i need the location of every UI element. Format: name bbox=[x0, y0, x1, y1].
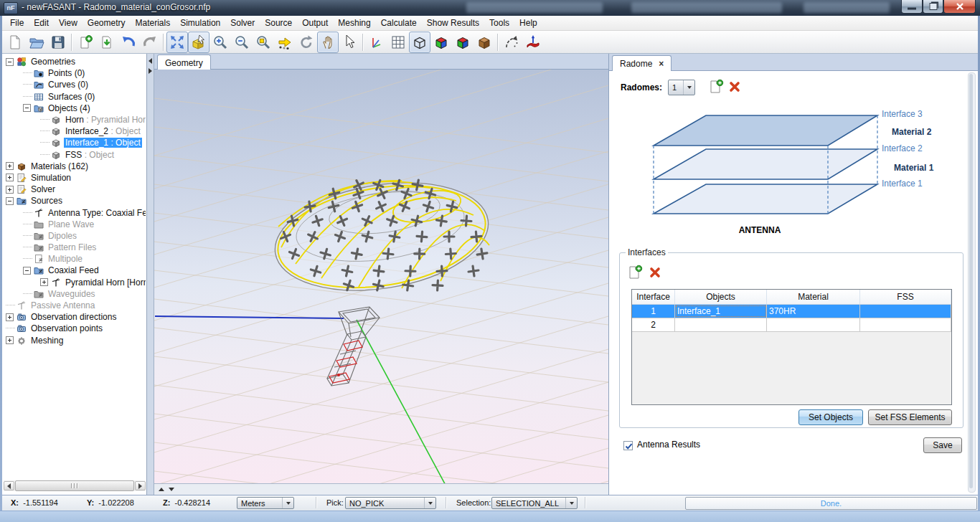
column-header-material[interactable]: Material bbox=[767, 290, 860, 304]
tree-item-geometries[interactable]: Geometries bbox=[2, 56, 146, 67]
menu-meshing[interactable]: Meshing bbox=[333, 16, 375, 29]
tree-item-pyramidal-horn-horn[interactable]: Pyramidal Horn [Horn] bbox=[2, 277, 146, 288]
collapse-down-icon[interactable] bbox=[169, 488, 174, 491]
add-radome-icon[interactable] bbox=[708, 79, 724, 95]
scroll-left-arrow[interactable] bbox=[4, 481, 14, 490]
tree-item-waveguides[interactable]: Waveguides bbox=[2, 288, 146, 300]
menu-show-results[interactable]: Show Results bbox=[422, 16, 484, 29]
redo-button[interactable] bbox=[139, 32, 161, 53]
tree-item-antenna-type-coaxial-feed[interactable]: Antenna Type: Coaxial Feed bbox=[2, 207, 146, 218]
panel-splitter[interactable] bbox=[147, 54, 154, 495]
restore-button[interactable] bbox=[923, 0, 943, 14]
cell-fss[interactable] bbox=[860, 318, 951, 331]
tree-item-observation-points[interactable]: Observation points bbox=[2, 323, 146, 334]
table-row-interface-2[interactable]: 2 bbox=[632, 318, 951, 332]
import-geometry-button[interactable] bbox=[96, 32, 118, 53]
zoom-in-button[interactable] bbox=[209, 32, 231, 53]
arc-rotate-button[interactable] bbox=[501, 32, 522, 53]
cell-interface[interactable]: 1 bbox=[632, 305, 675, 318]
tree-item-passive-antenna[interactable]: Passive Antenna bbox=[2, 300, 146, 311]
scroll-right-arrow[interactable] bbox=[135, 481, 146, 490]
solid-cube-button[interactable] bbox=[473, 32, 495, 53]
set-fss-elements-button[interactable]: Set FSS Elements bbox=[868, 409, 952, 425]
open-file-button[interactable] bbox=[26, 32, 47, 53]
tree-item-interface-1-object[interactable]: Interface_1 : Object bbox=[2, 137, 146, 148]
zoom-window-button[interactable] bbox=[253, 32, 274, 53]
tree-item-sources[interactable]: Sources bbox=[2, 195, 146, 207]
grid-view-button[interactable] bbox=[387, 32, 409, 53]
title-bar[interactable]: nF - newFASANT - Radomo_material_conGros… bbox=[0, 0, 980, 16]
expand-toggle[interactable] bbox=[6, 313, 14, 321]
save-button[interactable]: Save bbox=[923, 437, 962, 453]
new-file-button[interactable] bbox=[4, 32, 26, 53]
menu-view[interactable]: View bbox=[54, 16, 83, 29]
3d-viewport[interactable] bbox=[154, 70, 608, 483]
menu-source[interactable]: Source bbox=[260, 16, 297, 29]
interfaces-table[interactable]: InterfaceObjectsMaterialFSS1Interface_13… bbox=[631, 289, 952, 405]
fit-view-button[interactable] bbox=[166, 32, 188, 53]
selection-select[interactable]: SELECTION_ALL bbox=[491, 497, 578, 509]
shaded-cube-2-button[interactable] bbox=[452, 32, 473, 53]
tree-item-solver[interactable]: Solver bbox=[2, 184, 146, 195]
orbit-view-button[interactable] bbox=[188, 32, 209, 53]
tree-item-meshing[interactable]: Meshing bbox=[2, 335, 146, 346]
zoom-out-button[interactable] bbox=[231, 32, 253, 53]
collapse-toggle[interactable] bbox=[23, 267, 31, 275]
expand-toggle[interactable] bbox=[40, 278, 48, 286]
collapse-toggle[interactable] bbox=[6, 58, 14, 66]
menu-materials[interactable]: Materials bbox=[131, 16, 176, 29]
tree-horizontal-scrollbar[interactable] bbox=[4, 480, 146, 491]
cell-fss[interactable] bbox=[860, 305, 951, 318]
collapse-left-icon[interactable] bbox=[149, 58, 152, 64]
tree-item-fss[interactable]: FSS : Object bbox=[2, 149, 146, 161]
tree-item-materials-162[interactable]: Materials (162) bbox=[2, 161, 146, 172]
shaded-cube-button[interactable] bbox=[430, 32, 452, 53]
tree-item-observation-directions[interactable]: Observation directions bbox=[2, 311, 146, 323]
antenna-results-checkbox[interactable] bbox=[623, 441, 633, 450]
tree-item-dipoles[interactable]: Dipoles bbox=[2, 230, 146, 242]
select-cursor-button[interactable] bbox=[339, 32, 360, 53]
new-geometry-button[interactable] bbox=[75, 32, 96, 53]
rotate-view-button[interactable] bbox=[296, 32, 317, 53]
cell-material[interactable] bbox=[767, 318, 860, 331]
menu-geometry[interactable]: Geometry bbox=[83, 16, 131, 29]
tree-item-objects-4[interactable]: Objects (4) bbox=[2, 103, 146, 114]
pick-select[interactable]: NO_PICK bbox=[345, 497, 436, 509]
cell-objects[interactable]: Interface_1 bbox=[675, 305, 767, 318]
tree-item-curves-0[interactable]: Curves (0) bbox=[2, 79, 146, 90]
column-header-objects[interactable]: Objects bbox=[675, 290, 767, 304]
scrollbar-thumb[interactable] bbox=[15, 480, 134, 491]
tree-item-coaxial-feed[interactable]: Coaxial Feed bbox=[2, 265, 146, 276]
minimize-button[interactable] bbox=[901, 0, 923, 14]
expand-toggle[interactable] bbox=[6, 336, 14, 344]
menu-file[interactable]: File bbox=[5, 16, 29, 29]
column-header-interface[interactable]: Interface bbox=[632, 290, 675, 304]
tree-item-interface-2[interactable]: Interface_2 : Object bbox=[2, 125, 146, 137]
collapse-toggle[interactable] bbox=[6, 197, 14, 205]
menu-calculate[interactable]: Calculate bbox=[376, 16, 422, 29]
cell-objects[interactable] bbox=[675, 318, 767, 331]
delete-radome-icon[interactable] bbox=[728, 80, 741, 93]
tree-item-horn[interactable]: Horn : Pyramidal Horn bbox=[2, 114, 146, 125]
save-file-button[interactable] bbox=[47, 32, 69, 53]
tree-item-plane-wave[interactable]: Plane Wave bbox=[2, 219, 146, 230]
set-objects-button[interactable]: Set Objects bbox=[798, 409, 863, 425]
collapse-right-icon[interactable] bbox=[149, 68, 152, 74]
pan-view-button[interactable] bbox=[317, 32, 339, 53]
units-select[interactable]: Meters bbox=[237, 497, 294, 509]
wireframe-cube-button[interactable] bbox=[409, 32, 430, 53]
delete-interface-icon[interactable] bbox=[649, 266, 661, 279]
column-header-fss[interactable]: FSS bbox=[860, 290, 951, 304]
collapse-up-icon[interactable] bbox=[159, 488, 164, 491]
menu-edit[interactable]: Edit bbox=[29, 16, 54, 29]
tree-item-surfaces-0[interactable]: Surfaces (0) bbox=[2, 91, 146, 103]
collapse-toggle[interactable] bbox=[23, 104, 31, 112]
expand-toggle[interactable] bbox=[6, 186, 14, 194]
expand-toggle[interactable] bbox=[6, 162, 14, 170]
tree-item-multipole[interactable]: Multipole bbox=[2, 253, 146, 265]
add-interface-icon[interactable] bbox=[627, 265, 643, 280]
antenna-view-button[interactable] bbox=[522, 32, 544, 53]
viewport-bottom-splitter[interactable] bbox=[154, 483, 608, 495]
table-row-interface-1[interactable]: 1Interface_1370HR bbox=[632, 305, 951, 318]
menu-output[interactable]: Output bbox=[297, 16, 333, 29]
